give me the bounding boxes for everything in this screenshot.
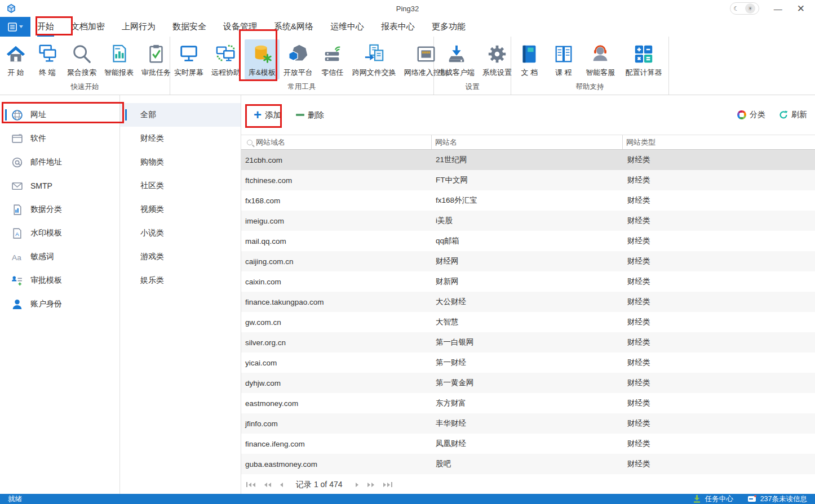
list-icon <box>7 22 17 32</box>
app-menu-button[interactable] <box>0 17 30 37</box>
ribbon-group-help-support: 文 档 课 程 <box>511 37 669 95</box>
delete-button[interactable]: 删除 <box>296 110 324 121</box>
ribbon-button-library-templates[interactable]: 库&模板 <box>245 39 280 79</box>
table-row[interactable]: mail.qq.comqq邮箱财经类 <box>241 231 815 251</box>
unread-messages-button[interactable]: 237条未读信息 <box>760 494 807 504</box>
theme-toggle[interactable]: ☾ ☀ <box>730 2 759 15</box>
classify-button[interactable]: 分类 <box>737 110 765 120</box>
menu-tab-1[interactable]: 文档加密 <box>71 17 105 37</box>
menu-tab-0[interactable]: 开始 <box>37 17 54 37</box>
next-page-button[interactable] <box>356 483 358 487</box>
table-row[interactable]: ftchinese.comFT中文网财经类 <box>241 170 815 190</box>
menu-tab-3[interactable]: 数据安全 <box>172 17 206 37</box>
refresh-button[interactable]: 刷新 <box>779 110 807 120</box>
category-item-7[interactable]: 娱乐类 <box>120 269 241 292</box>
table-row[interactable]: 21cbh.com21世纪网财经类 <box>241 150 815 170</box>
moon-icon: ☾ <box>733 5 739 12</box>
menu-tab-5[interactable]: 系统&网络 <box>274 17 313 37</box>
sidebar-item-urls[interactable]: 网址 <box>0 103 119 127</box>
table-row[interactable]: caijing.com.cn财经网财经类 <box>241 251 815 271</box>
cell-domain: dyhjw.com <box>241 379 432 387</box>
table-row[interactable]: silver.org.cn第一白银网财经类 <box>241 332 815 353</box>
category-item-1[interactable]: 财经类 <box>120 127 241 150</box>
minimize-button[interactable]: — <box>774 5 782 13</box>
ribbon-button-approval-task[interactable]: 审批任务 <box>138 39 175 79</box>
database-template-icon <box>250 42 274 66</box>
table-row[interactable]: fx168.comfx168外汇宝财经类 <box>241 190 815 211</box>
sidebar-item-approval-template[interactable]: 审批模板 <box>0 269 119 292</box>
aa-icon: Aa <box>11 251 23 263</box>
ribbon-button-terminals[interactable]: 终 端 <box>32 39 63 79</box>
ribbon-button-remote-assist[interactable]: 远程协助 <box>207 39 245 79</box>
sidebar-item-data-classify[interactable]: 数据分类 <box>0 198 119 221</box>
ribbon-button-docs[interactable]: 文 档 <box>513 39 545 79</box>
ribbon-button-smart-report[interactable]: 智能报表 <box>100 39 138 79</box>
ribbon-button-courses[interactable]: 课 程 <box>548 39 579 79</box>
ribbon-button-home[interactable]: 开 始 <box>0 39 32 79</box>
ribbon-button-smart-support[interactable]: 智能客服 <box>582 39 619 79</box>
ribbon-button-realtime-screen[interactable]: 实时屏幕 <box>170 39 207 79</box>
ribbon-button-config-calculator[interactable]: 配置计算器 <box>622 39 666 79</box>
category-item-4[interactable]: 视频类 <box>120 198 241 221</box>
home-icon <box>4 42 28 66</box>
table-row[interactable]: finance.ifeng.com凤凰财经财经类 <box>241 434 815 454</box>
content-area: 网址 软件 邮件地址 <box>0 95 815 494</box>
last-page-button[interactable] <box>383 482 392 487</box>
category-item-0[interactable]: 全部 <box>120 103 241 127</box>
ribbon-button-file-exchange[interactable]: 跨网文件交换 <box>348 39 400 79</box>
cell-site-name: 丰华财经 <box>432 418 623 429</box>
table-row[interactable]: guba.eastmoney.com股吧财经类 <box>241 454 815 474</box>
category-item-6[interactable]: 游戏类 <box>120 245 241 269</box>
table-row[interactable]: dyhjw.com第一黄金网财经类 <box>241 373 815 393</box>
task-center-button[interactable]: 任务中心 <box>705 494 733 504</box>
table-row[interactable]: imeigu.comi美股财经类 <box>241 211 815 231</box>
ribbon-button-open-platform[interactable]: 开放平台 <box>280 39 317 79</box>
fast-back-button[interactable] <box>264 483 271 487</box>
column-header-site-type[interactable]: 网站类型 <box>623 135 815 149</box>
menu-tab-6[interactable]: 运维中心 <box>330 17 364 37</box>
ribbon-button-aggregate-search[interactable]: 聚合搜索 <box>63 39 100 79</box>
ribbon: 开 始 终 端 <box>0 37 815 95</box>
table-row[interactable]: gw.com.cn大智慧财经类 <box>241 312 815 332</box>
category-item-2[interactable]: 购物类 <box>120 150 241 174</box>
menu-bar: 开始文档加密上网行为数据安全设备管理系统&网络运维中心报表中心更多功能 <box>0 17 815 37</box>
ribbon-button-generate-client[interactable]: 生成客户端 <box>434 39 479 79</box>
ribbon-group-label: 帮助支持 <box>511 81 668 95</box>
category-item-5[interactable]: 小说类 <box>120 221 241 245</box>
table-row[interactable]: caixin.com财新网财经类 <box>241 271 815 292</box>
message-icon <box>748 496 756 502</box>
cell-site-type: 财经类 <box>623 358 815 368</box>
table-row[interactable]: yicai.com第一财经财经类 <box>241 353 815 373</box>
cell-site-name: 第一白银网 <box>432 337 623 347</box>
sidebar-item-account-identity[interactable]: 账户身份 <box>0 292 119 316</box>
menu-tab-2[interactable]: 上网行为 <box>122 17 156 37</box>
sidebar-item-label: 审批模板 <box>30 275 62 286</box>
table-row[interactable]: eastmoney.com东方财富财经类 <box>241 393 815 413</box>
first-page-button[interactable] <box>246 482 255 487</box>
close-button[interactable]: ✕ <box>797 4 805 14</box>
sidebar-item-smtp[interactable]: SMTP <box>0 174 119 198</box>
prev-page-button[interactable] <box>280 483 283 487</box>
sidebar-item-email-address[interactable]: 邮件地址 <box>0 150 119 174</box>
ribbon-button-system-settings[interactable]: 系统设置 <box>479 39 516 79</box>
column-header-site-name[interactable]: 网站名 <box>432 135 623 149</box>
sidebar-item-watermark[interactable]: A 水印模板 <box>0 221 119 245</box>
add-button[interactable]: + 添加 <box>254 108 281 122</box>
table-row[interactable]: jfinfo.com丰华财经财经类 <box>241 413 815 434</box>
sidebar-item-sensitive-words[interactable]: Aa 敏感词 <box>0 245 119 269</box>
category-item-3[interactable]: 社区类 <box>120 174 241 198</box>
sidebar-item-software[interactable]: 软件 <box>0 127 119 150</box>
terminals-icon <box>36 42 59 66</box>
table-row[interactable]: finance.takungpao.com大公财经财经类 <box>241 292 815 312</box>
fast-forward-button[interactable] <box>367 483 374 487</box>
menu-tab-4[interactable]: 设备管理 <box>223 17 257 37</box>
sidebar-item-label: 敏感词 <box>30 252 54 262</box>
menu-tab-8[interactable]: 更多功能 <box>432 17 466 37</box>
sidebar-item-label: 账户身份 <box>30 299 62 309</box>
column-header-domain[interactable]: 网站域名 <box>241 135 432 149</box>
file-exchange-icon <box>362 42 386 66</box>
menu-tab-7[interactable]: 报表中心 <box>381 17 415 37</box>
ribbon-button-zero-trust[interactable]: 零信任 <box>317 39 348 79</box>
cell-domain: mail.qq.com <box>241 237 432 246</box>
cell-site-name: 凤凰财经 <box>432 439 623 449</box>
